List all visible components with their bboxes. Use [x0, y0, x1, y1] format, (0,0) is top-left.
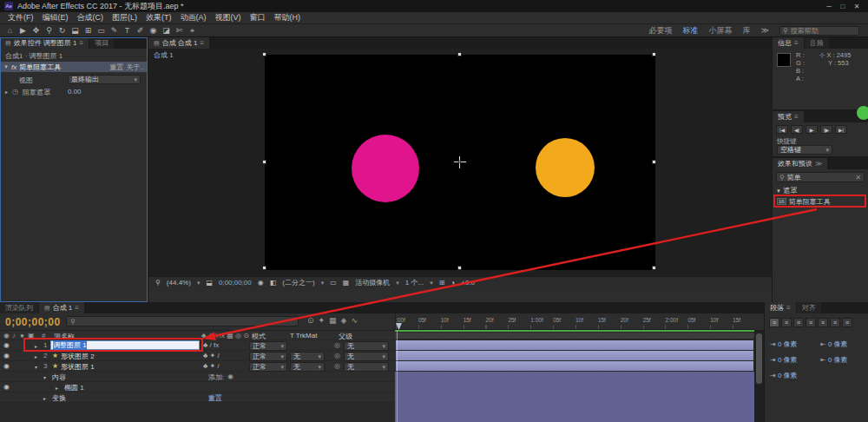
draft-3d-icon[interactable]: ✦ — [319, 316, 326, 325]
align-center-button[interactable]: ≡ — [781, 318, 792, 327]
clone-stamp-tool-icon[interactable]: ◉ — [147, 26, 160, 35]
zoom-level[interactable]: (44.4%) — [167, 279, 191, 287]
selection-handle[interactable] — [262, 52, 266, 56]
timeline-search-field[interactable]: ⚲ — [66, 316, 299, 326]
tab-preview[interactable]: 预览 ≡ — [773, 111, 804, 122]
panel-more-icon[interactable]: ≫ — [815, 160, 822, 168]
first-line-indent-field[interactable]: ⇥ 0 像素 — [770, 355, 798, 365]
trkmat-dropdown[interactable]: 无 ▾ — [290, 362, 325, 372]
visibility-eye-icon[interactable]: ◉ — [3, 352, 10, 359]
presets-search-field[interactable]: ⚲ 简单 ✕ — [776, 172, 865, 182]
expander-icon[interactable]: ▸ — [56, 385, 58, 391]
layer-row-shape-1[interactable]: ◉ ▾ 3 ★ 形状图层 1 ♣ ✦ / 正常 ▾ 无 ▾ ◎ 无 ▾ — [0, 361, 395, 372]
workspace-libraries[interactable]: 库 — [738, 25, 756, 36]
trkmat-dropdown[interactable]: 无 ▾ — [290, 352, 325, 361]
timeline-vertical-scrollbar[interactable] — [754, 330, 764, 422]
puppet-pin-tool-icon[interactable]: ⌖ — [186, 26, 199, 36]
contents-label[interactable]: 内容 — [52, 373, 66, 382]
panel-menu-icon[interactable]: ≡ — [75, 304, 79, 312]
view-layout-select[interactable]: 1 个... — [405, 278, 424, 287]
shy-layers-icon[interactable]: ▦ — [329, 316, 337, 325]
align-left-button[interactable]: ≡ — [769, 318, 779, 327]
parent-pickwhip-icon[interactable]: ◎ — [334, 352, 340, 359]
menu-item-layer[interactable]: 图层(L) — [108, 12, 141, 23]
selection-handle[interactable] — [457, 52, 462, 56]
roi-icon[interactable]: ▭ — [330, 279, 337, 287]
expander-icon[interactable]: ▸ — [35, 353, 37, 359]
justify-last-center-button[interactable]: ≡ — [818, 318, 828, 327]
space-after-value[interactable]: 0 像素 — [828, 356, 848, 364]
text-tool-icon[interactable]: T — [121, 26, 134, 35]
justify-last-left-button[interactable]: ≡ — [806, 318, 816, 327]
tab-paragraph[interactable]: 段落 ≡ — [765, 302, 796, 313]
layer-name[interactable]: 形状图层 1 — [61, 362, 95, 372]
expander-icon[interactable]: ▸ — [5, 89, 8, 95]
pan-behind-tool-icon[interactable]: ⊞ — [82, 26, 95, 35]
first-line-indent-value[interactable]: 0 像素 — [778, 356, 798, 364]
justify-all-button[interactable]: ≡ — [842, 318, 852, 327]
visibility-eye-icon[interactable]: ◉ — [3, 341, 10, 349]
first-frame-button[interactable]: |◀ — [776, 125, 788, 134]
menu-item-file[interactable]: 文件(F) — [3, 12, 38, 23]
comp-chip[interactable]: 合成 1 — [154, 50, 174, 60]
transform-label[interactable]: 变换 — [52, 393, 66, 403]
camera-tool-icon[interactable]: ⬓ — [69, 26, 82, 35]
previous-frame-button[interactable]: ◀| — [791, 125, 803, 134]
magenta-ellipse-layer[interactable] — [352, 135, 419, 202]
menu-item-edit[interactable]: 编辑(E) — [38, 12, 73, 23]
zoom-tool-icon[interactable]: ⚲ — [43, 26, 56, 35]
mode-dropdown[interactable]: 正常 ▾ — [249, 362, 287, 372]
expander-icon[interactable]: ▸ — [43, 395, 46, 401]
tab-info[interactable]: 信息 ≡ — [773, 37, 804, 49]
indent-left-field[interactable]: ⇥ 0 像素 — [770, 340, 798, 349]
tab-project[interactable]: 项目 — [89, 37, 114, 49]
menu-item-effect[interactable]: 效果(T) — [141, 12, 176, 23]
exposure-value[interactable]: +0.0 — [461, 279, 475, 287]
stopwatch-icon[interactable]: ◷ — [12, 88, 18, 96]
playhead-line[interactable] — [397, 330, 398, 422]
tab-align[interactable]: 对齐 — [797, 302, 821, 313]
property-row-ellipse[interactable]: ◉ ▸ 椭圆 1 — [0, 382, 395, 392]
workspace-essentials[interactable]: 必要项 — [644, 25, 678, 36]
close-button[interactable]: ✕ — [850, 3, 864, 10]
layer-switches[interactable]: ♣ ✦ / — [203, 362, 220, 370]
transparency-grid-icon[interactable]: ▦ — [343, 279, 350, 287]
orange-ellipse-layer[interactable] — [536, 138, 595, 197]
scrollbar-thumb[interactable] — [756, 333, 762, 384]
timeline-timecode[interactable]: 0;00;00;00 — [5, 316, 61, 328]
composition-canvas[interactable] — [265, 55, 655, 270]
tab-effects-presets[interactable]: 效果和预设 ≫ — [773, 158, 827, 169]
menu-item-animation[interactable]: 动画(A) — [176, 12, 211, 23]
layer-switches[interactable]: ♣ / fx — [203, 341, 219, 349]
ellipse-group-label[interactable]: 椭圆 1 — [64, 383, 84, 392]
space-after-field[interactable]: ⇤ 0 像素 — [820, 355, 848, 365]
hand-tool-icon[interactable]: ✥ — [30, 26, 43, 35]
indent-left-value[interactable]: 0 像素 — [778, 340, 798, 348]
tab-effect-controls[interactable]: ▤ 效果控件 调整图层 1 ≡ — [0, 37, 89, 49]
frame-blend-icon[interactable]: ◈ — [341, 316, 347, 325]
selection-handle[interactable] — [262, 160, 266, 164]
layer-switches[interactable]: ♣ ✦ / — [203, 352, 220, 359]
effect-header-row[interactable]: ▼ fx 简单阻塞工具 重置 关于.. — [0, 62, 148, 72]
pen-tool-icon[interactable]: ✎ — [108, 26, 121, 35]
parent-dropdown[interactable]: 无 ▾ — [344, 352, 389, 361]
parent-pickwhip-icon[interactable]: ◎ — [334, 341, 340, 349]
panel-menu-icon[interactable]: ≡ — [794, 113, 799, 121]
play-button[interactable]: ▶ — [806, 125, 818, 134]
expander-icon[interactable]: ▾ — [35, 364, 37, 370]
graph-editor-icon[interactable]: ∿ — [352, 316, 358, 325]
indent-right-value[interactable]: 0 像素 — [828, 340, 848, 348]
roto-brush-tool-icon[interactable]: ✄ — [173, 26, 186, 35]
trkmat-column-label[interactable]: T TrkMat — [290, 332, 317, 340]
menu-item-help[interactable]: 帮助(H) — [270, 12, 306, 23]
workspace-more-icon[interactable]: ≫ — [756, 26, 774, 35]
add-label[interactable]: 添加: — [208, 373, 224, 382]
indent-right-field[interactable]: ⇤ 0 像素 — [820, 340, 848, 349]
brush-tool-icon[interactable]: ✐ — [134, 26, 147, 35]
shape-tool-icon[interactable]: ▭ — [95, 26, 108, 35]
menu-item-window[interactable]: 窗口 — [246, 12, 270, 23]
selection-handle[interactable] — [652, 160, 656, 164]
home-icon[interactable]: ⌂ — [3, 26, 16, 35]
selection-tool-icon[interactable]: ▶ — [16, 26, 30, 35]
property-row-contents[interactable]: ▾ 内容 添加: ◉ — [0, 372, 395, 382]
